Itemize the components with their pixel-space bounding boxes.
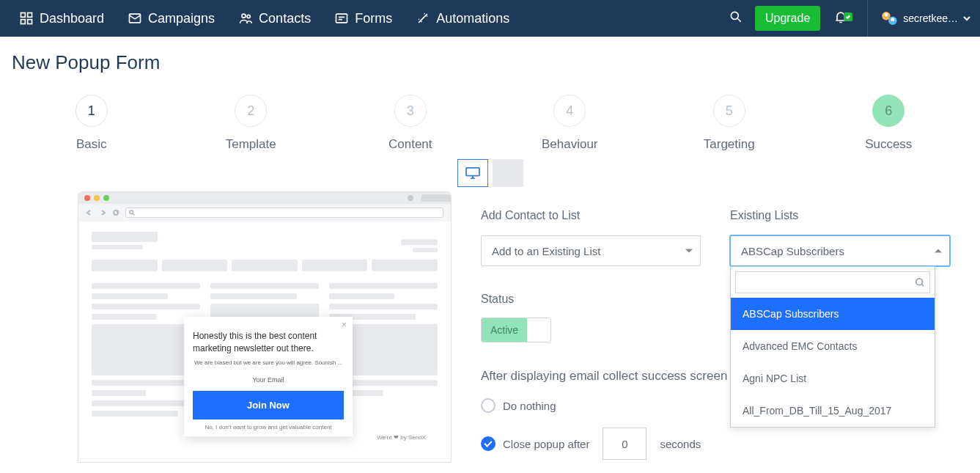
nav-campaigns-label: Campaigns: [148, 11, 215, 26]
form-icon: [334, 11, 349, 26]
dropdown-option[interactable]: Advanced EMC Contacts: [731, 330, 935, 362]
device-mobile-button[interactable]: [493, 159, 523, 187]
dropdown-option[interactable]: ABSCap Subscribers: [731, 298, 935, 330]
step-label: Basic: [12, 137, 172, 152]
radio-close-popup-label: Close popup after: [503, 438, 589, 450]
svg-rect-1: [28, 13, 32, 18]
avatar-icon: [880, 9, 899, 28]
user-name-label: secretkee…: [903, 12, 958, 24]
wizard-steps: 1 Basic 2 Template 3 Content 4 Behaviour…: [12, 95, 968, 152]
add-contact-select[interactable]: Add to an Existing List: [481, 235, 701, 266]
step-number: 3: [394, 95, 427, 127]
nav-dashboard[interactable]: Dashboard: [9, 0, 114, 37]
notification-badge: [844, 12, 852, 21]
step-number: 1: [75, 95, 108, 127]
wand-icon: [416, 11, 430, 26]
caret-up-icon: [935, 249, 942, 253]
dashboard-icon: [19, 11, 34, 26]
popup-headline: Honestly this is the best content market…: [193, 330, 344, 355]
popup-subtext: We are biased but we are sure you will a…: [193, 359, 344, 366]
existing-lists-select-value: ABSCap Subscribers: [741, 245, 844, 257]
dropdown-option[interactable]: All_From_DB_Till_15_Aug_2017: [731, 395, 935, 427]
radio-close-popup[interactable]: [481, 436, 495, 451]
popup-close-icon[interactable]: ×: [342, 320, 347, 330]
svg-rect-7: [336, 14, 347, 23]
envelope-icon: [128, 11, 142, 26]
dropdown-search-wrap: [735, 271, 930, 293]
svg-point-12: [891, 18, 895, 21]
desktop-icon: [465, 166, 481, 180]
step-label: Success: [809, 137, 969, 152]
caret-down-icon: [685, 249, 693, 253]
popup-preview-card: × Honestly this is the best content mark…: [184, 317, 353, 436]
upgrade-button[interactable]: Upgrade: [755, 6, 820, 31]
step-number: 5: [713, 95, 745, 127]
nav-contacts-label: Contacts: [259, 11, 311, 26]
radio-do-nothing-label: Do nothing: [503, 400, 556, 412]
svg-rect-13: [466, 168, 479, 176]
status-toggle[interactable]: Active: [481, 318, 551, 342]
step-success[interactable]: 6 Success: [809, 95, 969, 152]
status-active-label: Active: [482, 318, 527, 342]
svg-rect-0: [21, 13, 26, 18]
popup-decline-link[interactable]: No, I don't want to grow and get valuabl…: [193, 424, 344, 430]
search-icon: [729, 10, 743, 24]
search-icon: [915, 277, 925, 287]
radio-do-nothing[interactable]: [481, 398, 495, 413]
existing-lists-label: Existing Lists: [730, 209, 950, 222]
step-label: Content: [331, 137, 490, 152]
step-number: 6: [872, 95, 905, 127]
nav-contacts[interactable]: Contacts: [228, 0, 321, 37]
radio-close-popup-row[interactable]: Close popup after seconds: [481, 428, 968, 460]
svg-point-5: [242, 14, 246, 18]
dropdown-search-input[interactable]: [740, 277, 915, 288]
step-targeting[interactable]: 5 Targeting: [649, 95, 809, 152]
search-button[interactable]: [720, 10, 752, 27]
step-template[interactable]: 2 Template: [172, 95, 331, 152]
svg-point-8: [731, 12, 738, 19]
notifications-button[interactable]: [823, 10, 858, 27]
device-desktop-button[interactable]: [457, 159, 488, 187]
step-number: 2: [235, 95, 267, 127]
nav-automations-label: Automations: [436, 11, 509, 26]
seconds-suffix-label: seconds: [660, 438, 701, 450]
svg-point-15: [916, 279, 923, 285]
nav-automations[interactable]: Automations: [405, 0, 520, 37]
step-number: 4: [553, 95, 586, 127]
step-content[interactable]: 3 Content: [331, 95, 490, 152]
popup-email-label: Your Email: [193, 376, 344, 384]
status-inactive-side: [527, 318, 550, 342]
dropdown-option[interactable]: Agni NPC List: [731, 362, 935, 395]
svg-point-6: [247, 15, 250, 18]
popup-brand-label: We're ❤ by SendX: [377, 434, 426, 441]
add-contact-label: Add Contact to List: [481, 209, 701, 222]
add-contact-select-value: Add to an Existing List: [492, 245, 600, 257]
svg-rect-3: [28, 20, 32, 24]
nav-campaigns[interactable]: Campaigns: [117, 0, 225, 37]
existing-lists-dropdown: ABSCap Subscribers Advanced EMC Contacts…: [730, 266, 935, 428]
nav-forms[interactable]: Forms: [324, 0, 402, 37]
browser-preview: × Honestly this is the best content mark…: [78, 191, 452, 463]
browser-url-bar: [78, 204, 451, 221]
step-basic[interactable]: 1 Basic: [12, 95, 172, 152]
step-behaviour[interactable]: 4 Behaviour: [490, 95, 650, 152]
nav-dashboard-label: Dashboard: [40, 11, 104, 26]
top-nav: Dashboard Campaigns Contacts Forms Autom…: [0, 0, 980, 37]
svg-rect-2: [21, 20, 26, 24]
step-label: Template: [172, 137, 331, 152]
popup-cta-button[interactable]: Join Now: [193, 391, 344, 419]
chevron-down-icon: [962, 14, 971, 23]
nav-forms-label: Forms: [355, 11, 392, 26]
people-icon: [238, 11, 253, 26]
user-menu[interactable]: secretkee…: [867, 0, 971, 37]
device-toggle: [12, 159, 968, 187]
page-title: New Popup Form: [12, 51, 968, 74]
browser-tab-bar: [78, 192, 451, 204]
svg-point-11: [885, 13, 888, 17]
step-label: Behaviour: [490, 137, 650, 152]
svg-point-14: [130, 210, 133, 214]
seconds-input[interactable]: [603, 428, 646, 460]
existing-lists-select[interactable]: ABSCap Subscribers: [730, 235, 950, 266]
step-label: Targeting: [649, 137, 809, 152]
